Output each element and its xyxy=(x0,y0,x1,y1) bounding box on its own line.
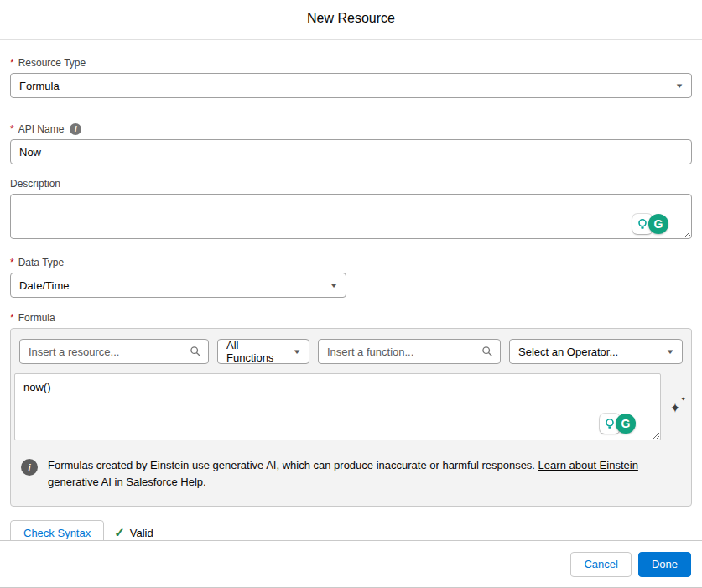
formula-label-text: Formula xyxy=(18,312,55,324)
chevron-down-icon: ▼ xyxy=(674,82,684,90)
api-name-label-text: API Name xyxy=(18,123,65,135)
functions-filter-select[interactable]: All Functions ▼ xyxy=(217,339,309,364)
description-textarea[interactable] xyxy=(10,194,692,239)
modal-header: New Resource xyxy=(0,0,702,40)
chevron-down-icon: ▼ xyxy=(292,348,301,356)
formula-field: * Formula All Functions ▼ xyxy=(10,312,692,507)
function-search-input[interactable] xyxy=(318,339,501,364)
data-type-select[interactable]: Date/Time ▼ xyxy=(10,273,346,298)
done-button[interactable]: Done xyxy=(638,552,691,577)
formula-editor-row: now() G ✦ xyxy=(11,364,691,444)
resource-search-input[interactable] xyxy=(19,339,209,364)
chevron-down-icon: ▼ xyxy=(665,348,674,356)
resource-type-value: Formula xyxy=(19,80,60,92)
data-type-label-text: Data Type xyxy=(18,257,64,268)
grammarly-icon[interactable]: G xyxy=(648,214,668,234)
ai-assist-icons: G xyxy=(632,214,668,234)
resource-type-label: * Resource Type xyxy=(10,57,692,69)
chevron-down-icon: ▼ xyxy=(329,282,338,289)
new-resource-modal: New Resource * Resource Type Formula ▼ *… xyxy=(0,0,702,588)
functions-filter-value: All Functions xyxy=(226,339,287,364)
required-marker: * xyxy=(10,257,14,268)
cancel-button[interactable]: Cancel xyxy=(570,552,631,577)
data-type-label: * Data Type xyxy=(10,257,692,268)
operator-value: Select an Operator... xyxy=(518,346,618,358)
formula-builder: All Functions ▼ Select an Operator... ▼ xyxy=(10,328,692,507)
einstein-sparkle-icon[interactable]: ✦ ✦ xyxy=(669,401,680,416)
ai-assist-icons: G xyxy=(600,414,636,434)
formula-toolbar: All Functions ▼ Select an Operator... ▼ xyxy=(11,329,691,364)
required-marker: * xyxy=(10,312,14,324)
description-field: Description G xyxy=(10,178,692,242)
required-marker: * xyxy=(10,123,14,135)
einstein-ai-notice: i Formulas created by Einstein use gener… xyxy=(11,444,691,506)
syntax-status-label: Valid xyxy=(130,527,153,539)
data-type-field: * Data Type Date/Time ▼ xyxy=(10,257,692,298)
api-name-label: * API Name i xyxy=(10,123,692,135)
operator-select[interactable]: Select an Operator... ▼ xyxy=(509,339,683,364)
info-icon[interactable]: i xyxy=(70,123,81,135)
grammarly-icon[interactable]: G xyxy=(616,414,636,434)
required-marker: * xyxy=(10,57,14,69)
description-label-text: Description xyxy=(10,178,60,190)
modal-body: * Resource Type Formula ▼ * API Name i D… xyxy=(0,57,702,545)
api-name-field: * API Name i xyxy=(10,123,692,164)
page-title: New Resource xyxy=(307,11,395,25)
check-icon: ✓ xyxy=(114,525,125,540)
resource-type-select[interactable]: Formula ▼ xyxy=(10,73,692,98)
description-label: Description xyxy=(10,178,692,190)
modal-footer: Cancel Done xyxy=(0,540,702,587)
api-name-input[interactable] xyxy=(10,139,692,164)
formula-label: * Formula xyxy=(10,312,692,324)
notice-text: Formulas created by Einstein use generat… xyxy=(48,457,652,491)
resource-type-label-text: Resource Type xyxy=(18,57,86,69)
resource-type-field: * Resource Type Formula ▼ xyxy=(10,57,692,98)
data-type-value: Date/Time xyxy=(19,279,69,292)
formula-textarea[interactable]: now() xyxy=(14,373,661,440)
syntax-status: ✓ Valid xyxy=(114,525,153,540)
notice-body: Formulas created by Einstein use generat… xyxy=(48,459,535,471)
info-icon: i xyxy=(21,459,38,476)
